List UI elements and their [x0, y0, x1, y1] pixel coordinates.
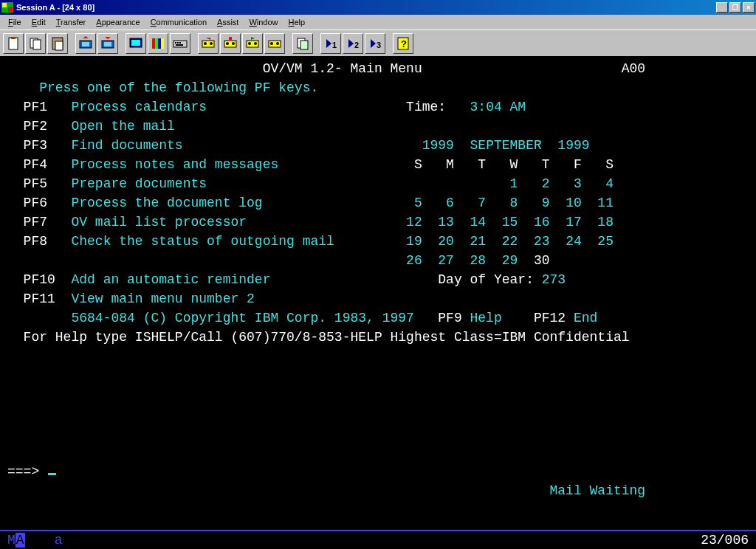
svg-rect-13: [155, 38, 158, 49]
svg-rect-0: [9, 38, 18, 49]
svg-rect-14: [158, 38, 161, 49]
menu-edit[interactable]: Edit: [27, 16, 51, 28]
clipboard-icon[interactable]: [3, 33, 24, 54]
menu-appearance[interactable]: Appearance: [91, 16, 145, 28]
terminal-screen: OV/VM 1.2- Main Menu A00 Press one of th…: [0, 56, 756, 530]
command-prompt: ===>: [7, 464, 47, 479]
svg-rect-17: [175, 42, 176, 44]
svg-rect-20: [176, 44, 183, 46]
record-icon[interactable]: [198, 33, 219, 54]
status-a-indicator: A: [16, 533, 25, 548]
svg-text:2: 2: [354, 41, 359, 49]
menu-transfer[interactable]: Transfer: [51, 16, 92, 28]
titlebar: Session A - [24 x 80] _ ❐ ×: [0, 0, 756, 15]
svg-point-33: [276, 42, 279, 45]
command-input[interactable]: [56, 462, 721, 481]
svg-point-30: [254, 42, 257, 45]
svg-rect-7: [82, 42, 89, 46]
window-controls: _ ❐ ×: [716, 2, 755, 13]
menu-communication[interactable]: Communication: [145, 16, 212, 28]
svg-rect-3: [33, 40, 41, 49]
svg-rect-12: [152, 38, 155, 49]
terminal-app-icon: [1, 2, 13, 13]
keyboard-icon[interactable]: [170, 33, 190, 54]
macro2-icon[interactable]: 2: [343, 33, 363, 54]
menubar: FileEditTransferAppearanceCommunicationA…: [0, 15, 756, 30]
receive-icon[interactable]: [97, 33, 118, 54]
color-icon[interactable]: [148, 33, 168, 54]
status-m: M: [7, 533, 16, 548]
svg-rect-11: [131, 40, 140, 46]
maximize-button[interactable]: ❐: [729, 2, 741, 13]
status-indicators: MA a: [7, 533, 62, 548]
copy-icon[interactable]: [25, 33, 46, 54]
menu-window[interactable]: Window: [244, 16, 283, 28]
macro1-icon[interactable]: 1: [320, 33, 341, 54]
menu-assist[interactable]: Assist: [212, 16, 244, 28]
svg-rect-19: [179, 42, 181, 44]
svg-point-32: [270, 42, 273, 45]
svg-rect-1: [11, 37, 16, 39]
macro3-icon[interactable]: 3: [365, 33, 385, 54]
svg-point-23: [210, 42, 213, 45]
svg-point-25: [226, 42, 229, 45]
svg-rect-16: [173, 41, 187, 47]
svg-text:1: 1: [332, 41, 337, 49]
svg-text:3: 3: [377, 41, 381, 49]
svg-point-29: [248, 42, 251, 45]
svg-rect-27: [229, 37, 232, 40]
svg-rect-9: [104, 42, 111, 46]
cursor: [48, 473, 56, 475]
svg-rect-5: [55, 41, 63, 50]
play-icon[interactable]: [242, 33, 263, 54]
stop-icon[interactable]: [220, 33, 241, 54]
screen-title: OV/VM 1.2- Main Menu: [263, 61, 422, 76]
window-title: Session A - [24 x 80]: [16, 3, 716, 12]
svg-point-22: [204, 42, 207, 45]
remap-icon[interactable]: [292, 33, 313, 54]
svg-rect-15: [161, 38, 164, 49]
close-button[interactable]: ×: [743, 2, 755, 13]
paste-icon[interactable]: [47, 33, 68, 54]
status-session: a: [55, 533, 63, 548]
menu-file[interactable]: File: [3, 16, 27, 28]
svg-point-26: [232, 42, 235, 45]
svg-text:?: ?: [401, 38, 407, 49]
svg-rect-35: [300, 41, 308, 49]
svg-rect-18: [177, 42, 179, 44]
cursor-position: 23/006: [701, 533, 749, 548]
status-bar: MA a 23/006: [0, 530, 756, 549]
menu-help[interactable]: Help: [284, 16, 311, 28]
tape-icon[interactable]: [264, 33, 285, 54]
toolbar: 123?: [0, 30, 756, 56]
display-icon[interactable]: [126, 33, 146, 54]
send-icon[interactable]: [75, 33, 96, 54]
help-icon[interactable]: ?: [393, 33, 413, 54]
minimize-button[interactable]: _: [716, 2, 728, 13]
